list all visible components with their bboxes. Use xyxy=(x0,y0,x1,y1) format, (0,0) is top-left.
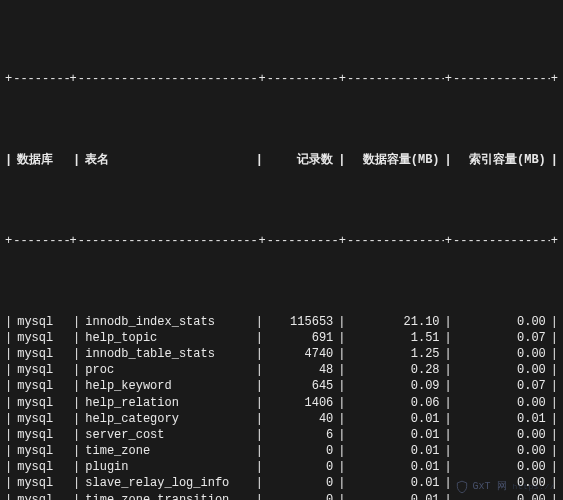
watermark: GxT 网 https:// xyxy=(455,480,555,494)
header-table: 表名 xyxy=(81,152,254,168)
cell-db: mysql xyxy=(13,395,72,411)
cell-data-mb: 1.25 xyxy=(347,346,444,362)
cell-data-mb: 0.01 xyxy=(347,492,444,500)
cell-records: 4740 xyxy=(264,346,337,362)
cell-records: 645 xyxy=(264,378,337,394)
cell-table: help_relation xyxy=(81,395,254,411)
cell-data-mb: 0.01 xyxy=(347,459,444,475)
table-row: |mysql|help_category|40|0.01|0.01| xyxy=(4,411,559,427)
cell-table: help_keyword xyxy=(81,378,254,394)
cell-db: mysql xyxy=(13,427,72,443)
table-body: |mysql|innodb_index_stats|115653|21.10|0… xyxy=(4,314,559,500)
cell-index-mb: 0.00 xyxy=(453,314,550,330)
table-border-top: +--------+---------------------------+--… xyxy=(4,71,559,87)
cell-index-mb: 0.01 xyxy=(453,411,550,427)
header-data-mb: 数据容量(MB) xyxy=(347,152,444,168)
cell-table: time_zone xyxy=(81,443,254,459)
cell-db: mysql xyxy=(13,459,72,475)
cell-table: innodb_index_stats xyxy=(81,314,254,330)
cell-records: 0 xyxy=(264,459,337,475)
cell-data-mb: 0.01 xyxy=(347,443,444,459)
cell-index-mb: 0.07 xyxy=(453,378,550,394)
cell-db: mysql xyxy=(13,346,72,362)
table-row: |mysql|plugin|0|0.01|0.00| xyxy=(4,459,559,475)
cell-index-mb: 0.00 xyxy=(453,459,550,475)
cell-index-mb: 0.00 xyxy=(453,346,550,362)
cell-db: mysql xyxy=(13,378,72,394)
cell-records: 1406 xyxy=(264,395,337,411)
cell-records: 6 xyxy=(264,427,337,443)
cell-db: mysql xyxy=(13,362,72,378)
terminal-output: +--------+---------------------------+--… xyxy=(0,0,563,500)
cell-data-mb: 0.01 xyxy=(347,427,444,443)
table-row: |mysql|server_cost|6|0.01|0.00| xyxy=(4,427,559,443)
cell-data-mb: 0.01 xyxy=(347,411,444,427)
cell-data-mb: 0.28 xyxy=(347,362,444,378)
cell-records: 48 xyxy=(264,362,337,378)
cell-index-mb: 0.07 xyxy=(453,330,550,346)
table-row: |mysql|help_relation|1406|0.06|0.00| xyxy=(4,395,559,411)
table-row: |mysql|time_zone|0|0.01|0.00| xyxy=(4,443,559,459)
cell-table: help_category xyxy=(81,411,254,427)
cell-db: mysql xyxy=(13,492,72,500)
table-row: |mysql|innodb_table_stats|4740|1.25|0.00… xyxy=(4,346,559,362)
watermark-text: GxT 网 xyxy=(473,480,507,494)
cell-table: proc xyxy=(81,362,254,378)
cell-index-mb: 0.00 xyxy=(453,362,550,378)
table-border-header: +--------+---------------------------+--… xyxy=(4,233,559,249)
cell-data-mb: 0.01 xyxy=(347,475,444,491)
header-records: 记录数 xyxy=(264,152,337,168)
table-row: |mysql|help_topic|691|1.51|0.07| xyxy=(4,330,559,346)
cell-table: plugin xyxy=(81,459,254,475)
cell-records: 0 xyxy=(264,475,337,491)
cell-data-mb: 21.10 xyxy=(347,314,444,330)
cell-records: 40 xyxy=(264,411,337,427)
cell-records: 0 xyxy=(264,492,337,500)
cell-index-mb: 0.00 xyxy=(453,427,550,443)
cell-data-mb: 0.06 xyxy=(347,395,444,411)
cell-db: mysql xyxy=(13,443,72,459)
table-header-row: |数据库 |表名 |记录数 |数据容量(MB) |索引容量(MB) | xyxy=(4,152,559,168)
cell-data-mb: 1.51 xyxy=(347,330,444,346)
shield-icon xyxy=(455,480,469,494)
cell-db: mysql xyxy=(13,411,72,427)
header-index-mb: 索引容量(MB) xyxy=(453,152,550,168)
cell-table: slave_relay_log_info xyxy=(81,475,254,491)
header-db: 数据库 xyxy=(13,152,72,168)
watermark-url: https:// xyxy=(513,482,555,493)
cell-db: mysql xyxy=(13,330,72,346)
cell-records: 0 xyxy=(264,443,337,459)
cell-data-mb: 0.09 xyxy=(347,378,444,394)
cell-table: time_zone_transition xyxy=(81,492,254,500)
cell-records: 691 xyxy=(264,330,337,346)
cell-index-mb: 0.00 xyxy=(453,443,550,459)
table-row: |mysql|proc|48|0.28|0.00| xyxy=(4,362,559,378)
cell-records: 115653 xyxy=(264,314,337,330)
cell-db: mysql xyxy=(13,475,72,491)
cell-index-mb: 0.00 xyxy=(453,395,550,411)
table-row: |mysql|innodb_index_stats|115653|21.10|0… xyxy=(4,314,559,330)
cell-table: server_cost xyxy=(81,427,254,443)
cell-table: help_topic xyxy=(81,330,254,346)
table-row: |mysql|help_keyword|645|0.09|0.07| xyxy=(4,378,559,394)
cell-table: innodb_table_stats xyxy=(81,346,254,362)
cell-db: mysql xyxy=(13,314,72,330)
